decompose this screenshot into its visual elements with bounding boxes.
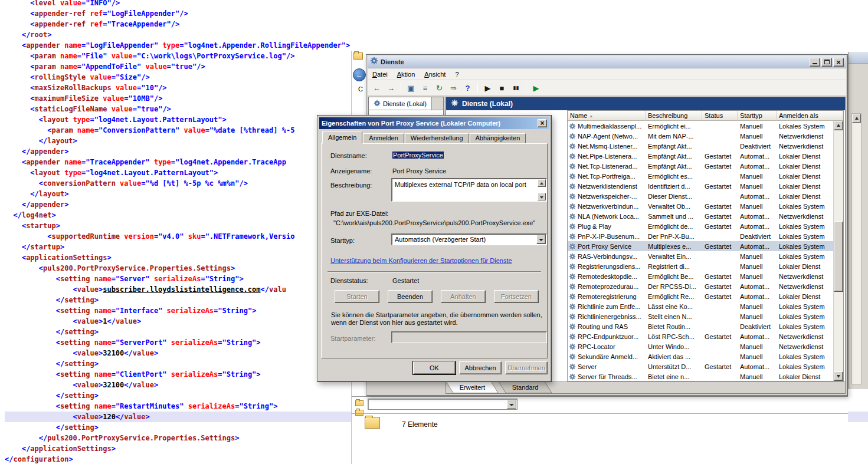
service-row[interactable]: Multimediaklassenpl...Ermöglicht ei...Ma… [568,121,833,131]
startup-type-select[interactable]: Automatisch (Verzögerter Start) [391,233,547,245]
beenden-button[interactable]: Beenden [388,290,433,303]
start-service-icon[interactable]: ▶ [482,82,494,94]
start-params-input[interactable] [391,331,547,343]
service-row[interactable]: Richtlinienergebniss...Stellt einen N...… [568,311,833,321]
ok-button[interactable]: OK [413,361,456,374]
service-row[interactable]: RAS-Verbindungsv...Verwaltet Ein...Manue… [568,251,833,261]
scroll-thumb[interactable] [834,221,843,292]
service-row[interactable]: RPC-Endpunktzuor...Löst RPC-Sch...Gestar… [568,331,833,341]
toolbar: ←→▣≡↻⇒?▶■▮▮▶ [368,80,846,96]
menu-datei[interactable]: Datei [368,69,392,80]
refresh-icon[interactable]: ↻ [433,82,446,94]
close-button[interactable] [833,58,844,67]
service-logon-cell: Lokales System [777,251,833,261]
service-row[interactable]: Net.Msmq-Listener...Empfängt Akt...Deakt… [568,141,833,151]
folder-icon[interactable] [355,400,363,406]
column-header-status[interactable]: Status [702,111,738,121]
service-row[interactable]: Remotedesktopdie...Ermöglicht Be...Gesta… [568,271,833,281]
scroll-up-arrow-icon[interactable] [852,114,861,123]
code-line[interactable]: <appender name="LogFileAppender" type="l… [5,40,868,51]
code-line[interactable]: <appender-ref ref="LogFileAppender"/> [5,8,868,19]
scroll-down-icon[interactable] [538,193,546,200]
explorer-dropdown[interactable] [368,399,517,410]
back-button[interactable]: ← [353,68,366,81]
menu-aktion[interactable]: Aktion [392,69,420,80]
menu-help[interactable]: ? [450,69,463,80]
minimize-button[interactable] [810,58,820,67]
export-list-icon[interactable]: ≡ [419,82,431,94]
folder-icon[interactable] [355,410,363,416]
service-row[interactable]: Port Proxy ServiceMultiplexes e...Gestar… [568,241,833,251]
service-row[interactable]: Sekundäre Anmeld...Aktiviert das ...Manu… [568,351,833,361]
service-row[interactable]: RPC-LocatorUnter Windo...ManuellNetzwerk… [568,341,833,351]
column-header-beschreibung[interactable]: Beschreibung [646,111,702,121]
service-row[interactable]: RemoteregistrierungErmöglicht Re...Gesta… [568,291,833,301]
stop-service-icon[interactable]: ■ [496,82,508,94]
service-status-cell [702,171,738,181]
help-icon[interactable]: ? [461,82,474,94]
startup-type-label: Starttyp: [330,237,355,244]
service-status-cell [702,231,738,241]
service-status-cell [702,351,738,361]
dropdown-arrow-icon[interactable] [507,400,516,409]
service-row[interactable]: ServerUnterstützt D...GestartetAutomat..… [568,361,833,371]
restart-service-icon[interactable]: ▶ [530,82,542,94]
dialog-titlebar[interactable]: Eigenschaften von Port Proxy Service (Lo… [319,117,549,129]
service-row[interactable]: NAP-Agent (Netwo...Mit dem NAP-...Manuel… [568,131,833,141]
column-header-name[interactable]: Name▲ [568,111,646,121]
tab-anmelden[interactable]: Anmelden [363,133,404,143]
console-window-icon[interactable]: ▣ [405,82,417,94]
service-row[interactable]: Richtlinie zum Entfe...Lässt eine Ko...M… [568,301,833,311]
window-titlebar[interactable]: Dienste [368,56,846,68]
scroll-up-icon[interactable] [538,179,546,187]
description-field[interactable]: Multiplexes external TCP/IP data on loca… [391,178,547,202]
tab-allgemein[interactable]: Allgemein [322,131,362,144]
tree-tab-dienste-lokal[interactable]: Dienste (Lokal) [369,97,432,110]
view-tab-erweitert[interactable]: Erweitert [446,382,499,393]
abbrechen-button[interactable]: Abbrechen [459,361,502,374]
service-description-cell: Ermöglicht de... [646,221,702,231]
service-row[interactable]: Registrierungsdiens...Registriert di...M… [568,261,833,271]
service-status-cell: Gestartet [702,291,738,301]
service-gear-icon [569,133,576,140]
startup-options-help-link[interactable]: Unterstützung beim Konfigurieren der Sta… [330,257,512,264]
background-scrollbar[interactable] [851,113,862,384]
service-row[interactable]: Netzwerkspeicher-...Dieser Dienst...Auto… [568,191,833,201]
service-row[interactable]: Plug & PlayErmöglicht de...GestartetAuto… [568,221,833,231]
close-icon[interactable] [538,119,547,127]
dropdown-arrow-icon[interactable] [536,235,546,244]
scroll-down-icon[interactable] [834,371,843,381]
tab-wiederherstellung[interactable]: Wiederherstellung [405,133,469,143]
service-row[interactable]: Net.Tcp-Portfreiga...Ermöglicht es...Man… [568,171,833,181]
scroll-up-icon[interactable] [834,121,843,130]
service-row[interactable]: Net.Pipe-Listenera...Empfängt Akt...Gest… [568,151,833,161]
service-row[interactable]: NLA (Network Loca...Sammelt und ...Gesta… [568,211,833,221]
export-icon[interactable]: ⇒ [447,82,460,94]
services-scrollbar[interactable] [833,121,843,381]
column-header-starttyp[interactable]: Starttyp [738,111,777,121]
view-tab-standard[interactable]: Standard [499,382,552,393]
maximize-button[interactable] [821,58,832,67]
forward-icon[interactable]: → [385,82,397,94]
service-status-cell: Gestartet [702,331,738,341]
service-row[interactable]: Server für Threads...Bietet eine n...Man… [568,371,833,381]
tab-abhangigkeiten[interactable]: Abhängigkeiten [470,133,526,143]
service-name-value[interactable]: PortProxyService [392,152,444,159]
starten-button: Starten [335,290,379,303]
service-row[interactable]: Routing und RASBietet Routin...Deaktivie… [568,321,833,331]
service-row[interactable]: Net.Tcp-Listenerad...Empfängt Akt...Gest… [568,161,833,171]
code-line[interactable]: <level value="INFO"/> [5,0,868,8]
service-row[interactable]: NetzwerklistendienstIdentifiziert d...Ge… [568,181,833,191]
service-name-cell: Multimediaklassenpl... [568,121,646,131]
back-icon[interactable]: ← [371,82,383,94]
service-row[interactable]: Remoteprozedurau...Der RPCSS-Di...Gestar… [568,281,833,291]
code-line[interactable]: <appender-ref ref="TraceAppender"/> [5,19,868,29]
service-startup-cell: Deaktiviert [738,141,777,151]
code-line[interactable]: </root> [5,29,868,40]
service-row[interactable]: PnP-X-IP-Busenum...Der PnP-X-Bu...Deakti… [568,231,833,241]
window-title: Dienste [381,58,807,65]
service-row[interactable]: Netzwerkverbindun...Verwaltet Ob...Gesta… [568,201,833,211]
pause-service-icon[interactable]: ▮▮ [510,82,522,94]
column-header-anmelden-als[interactable]: Anmelden als [777,111,843,121]
menu-ansicht[interactable]: Ansicht [420,69,450,80]
